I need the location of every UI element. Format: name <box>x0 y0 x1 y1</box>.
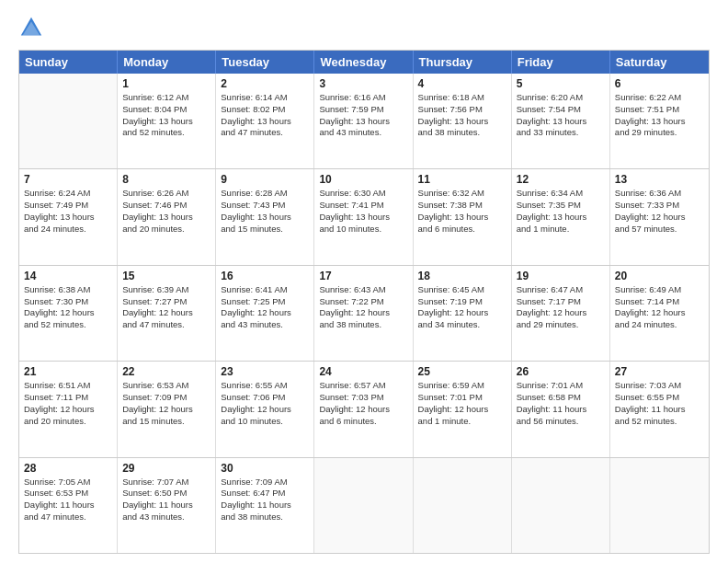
calendar-day-20: 20Sunrise: 6:49 AMSunset: 7:14 PMDayligh… <box>610 266 709 361</box>
header-day-sunday: Sunday <box>19 51 118 74</box>
day-info-line: Sunrise: 6:41 AM <box>221 284 309 296</box>
day-info-line: Sunrise: 6:51 AM <box>24 380 112 392</box>
day-number: 28 <box>24 462 112 475</box>
calendar-day-24: 24Sunrise: 6:57 AMSunset: 7:03 PMDayligh… <box>314 362 413 456</box>
day-number: 20 <box>615 270 704 282</box>
logo <box>18 15 48 40</box>
calendar-week-3: 14Sunrise: 6:38 AMSunset: 7:30 PMDayligh… <box>19 266 709 362</box>
day-number: 13 <box>615 173 704 186</box>
day-info-line: Sunrise: 6:47 AM <box>517 284 605 296</box>
day-info-line: Daylight: 11 hours <box>221 500 309 511</box>
day-info-line: and 6 minutes. <box>418 224 506 236</box>
day-info-line: Sunrise: 6:45 AM <box>418 284 506 296</box>
calendar-day-25: 25Sunrise: 6:59 AMSunset: 7:01 PMDayligh… <box>414 362 512 456</box>
calendar-day-empty <box>610 458 709 553</box>
day-info-line: Sunset: 8:04 PM <box>122 104 210 116</box>
day-info-line: Sunrise: 6:55 AM <box>221 380 309 392</box>
day-info-line: Sunset: 7:35 PM <box>517 200 605 212</box>
day-info-line: Daylight: 13 hours <box>122 116 210 128</box>
header-day-friday: Friday <box>512 51 610 74</box>
day-info-line: Sunset: 7:11 PM <box>24 392 112 404</box>
day-info-line: Sunset: 7:30 PM <box>24 296 112 308</box>
day-info-line: and 47 minutes. <box>122 319 210 331</box>
day-number: 27 <box>615 365 704 378</box>
calendar-week-5: 28Sunrise: 7:05 AMSunset: 6:53 PMDayligh… <box>19 458 709 553</box>
day-info-line: and 24 minutes. <box>24 224 112 236</box>
day-info-line: Sunset: 7:41 PM <box>319 200 407 212</box>
day-info-line: Daylight: 13 hours <box>517 116 605 128</box>
day-info-line: Sunset: 7:51 PM <box>615 104 704 116</box>
day-info-line: Sunset: 7:54 PM <box>517 104 605 116</box>
day-info-line: Daylight: 12 hours <box>319 307 407 319</box>
calendar-day-22: 22Sunrise: 6:53 AMSunset: 7:09 PMDayligh… <box>118 362 216 456</box>
day-info-line: Sunset: 7:49 PM <box>24 200 112 212</box>
day-number: 26 <box>517 365 605 378</box>
day-info-line: and 47 minutes. <box>221 127 309 139</box>
day-number: 1 <box>122 77 210 90</box>
day-info-line: Sunset: 7:14 PM <box>615 296 704 308</box>
day-info-line: Sunrise: 6:24 AM <box>24 188 112 200</box>
day-info-line: Sunset: 7:19 PM <box>418 296 506 308</box>
day-number: 16 <box>221 270 309 282</box>
day-info-line: and 34 minutes. <box>418 319 506 331</box>
day-number: 4 <box>418 77 506 90</box>
day-number: 17 <box>319 270 407 282</box>
day-number: 21 <box>24 365 112 378</box>
day-info-line: and 29 minutes. <box>615 127 704 139</box>
calendar-week-4: 21Sunrise: 6:51 AMSunset: 7:11 PMDayligh… <box>19 362 709 457</box>
day-info-line: Sunset: 6:58 PM <box>517 392 605 404</box>
day-info-line: Daylight: 12 hours <box>122 307 210 319</box>
day-number: 3 <box>319 77 407 90</box>
calendar-body: 1Sunrise: 6:12 AMSunset: 8:04 PMDaylight… <box>19 74 709 553</box>
calendar-day-5: 5Sunrise: 6:20 AMSunset: 7:54 PMDaylight… <box>512 74 610 168</box>
calendar-day-28: 28Sunrise: 7:05 AMSunset: 6:53 PMDayligh… <box>19 458 118 553</box>
day-info-line: Sunrise: 7:05 AM <box>24 477 112 488</box>
header-day-thursday: Thursday <box>414 51 512 74</box>
day-info-line: Daylight: 13 hours <box>221 116 309 128</box>
day-number: 25 <box>418 365 506 378</box>
calendar-day-12: 12Sunrise: 6:34 AMSunset: 7:35 PMDayligh… <box>512 169 610 264</box>
day-info-line: Daylight: 12 hours <box>122 404 210 416</box>
day-info-line: Daylight: 13 hours <box>319 212 407 224</box>
calendar-day-10: 10Sunrise: 6:30 AMSunset: 7:41 PMDayligh… <box>314 169 413 264</box>
logo-icon <box>18 15 44 40</box>
day-info-line: Sunrise: 6:18 AM <box>418 92 506 104</box>
day-info-line: and 1 minute. <box>517 224 605 236</box>
calendar-week-2: 7Sunrise: 6:24 AMSunset: 7:49 PMDaylight… <box>19 169 709 265</box>
day-info-line: and 20 minutes. <box>122 224 210 236</box>
day-number: 9 <box>221 173 309 186</box>
day-info-line: Sunset: 7:22 PM <box>319 296 407 308</box>
day-info-line: and 15 minutes. <box>122 416 210 428</box>
day-info-line: and 6 minutes. <box>319 416 407 428</box>
day-info-line: Sunset: 7:27 PM <box>122 296 210 308</box>
day-info-line: Sunset: 7:33 PM <box>615 200 704 212</box>
calendar-header: SundayMondayTuesdayWednesdayThursdayFrid… <box>19 51 709 74</box>
day-info-line: Daylight: 12 hours <box>418 307 506 319</box>
day-info-line: Sunrise: 6:49 AM <box>615 284 704 296</box>
day-info-line: Daylight: 13 hours <box>418 116 506 128</box>
day-info-line: Sunrise: 7:01 AM <box>517 380 605 392</box>
day-info-line: Sunrise: 6:12 AM <box>122 92 210 104</box>
day-number: 23 <box>221 365 309 378</box>
day-info-line: Daylight: 11 hours <box>615 404 704 416</box>
day-number: 30 <box>221 462 309 475</box>
day-number: 14 <box>24 270 112 282</box>
day-info-line: Sunrise: 6:32 AM <box>418 188 506 200</box>
day-info-line: Daylight: 12 hours <box>615 307 704 319</box>
calendar-day-7: 7Sunrise: 6:24 AMSunset: 7:49 PMDaylight… <box>19 169 118 264</box>
day-info-line: and 20 minutes. <box>24 416 112 428</box>
day-info-line: Sunset: 7:59 PM <box>319 104 407 116</box>
day-info-line: and 43 minutes. <box>122 511 210 523</box>
header-day-tuesday: Tuesday <box>216 51 314 74</box>
day-info-line: and 56 minutes. <box>517 416 605 428</box>
day-info-line: and 52 minutes. <box>615 416 704 428</box>
calendar-day-empty <box>512 458 610 553</box>
calendar-day-11: 11Sunrise: 6:32 AMSunset: 7:38 PMDayligh… <box>414 169 512 264</box>
day-info-line: and 57 minutes. <box>615 224 704 236</box>
day-info-line: and 33 minutes. <box>517 127 605 139</box>
day-number: 19 <box>517 270 605 282</box>
day-info-line: Sunrise: 6:30 AM <box>319 188 407 200</box>
day-info-line: Daylight: 11 hours <box>517 404 605 416</box>
calendar-day-empty <box>19 74 118 168</box>
day-number: 10 <box>319 173 407 186</box>
